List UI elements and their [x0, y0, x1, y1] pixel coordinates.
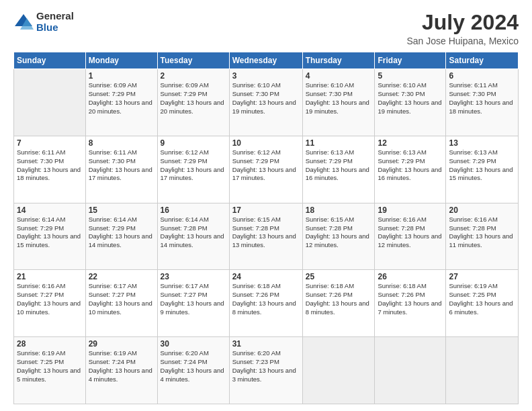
calendar-header-thursday: Thursday [302, 52, 375, 69]
day-info: Sunrise: 6:11 AMSunset: 7:30 PMDaylight:… [17, 148, 83, 183]
calendar-header-friday: Friday [375, 52, 446, 69]
calendar-cell: 17Sunrise: 6:15 AMSunset: 7:28 PMDayligh… [229, 203, 302, 270]
calendar-cell: 30Sunrise: 6:20 AMSunset: 7:24 PMDayligh… [157, 337, 229, 404]
calendar-cell: 14Sunrise: 6:14 AMSunset: 7:29 PMDayligh… [14, 203, 86, 270]
logo-icon [13, 13, 34, 32]
day-number: 29 [89, 339, 154, 349]
calendar-cell: 20Sunrise: 6:16 AMSunset: 7:28 PMDayligh… [446, 203, 519, 270]
calendar-cell: 3Sunrise: 6:10 AMSunset: 7:30 PMDaylight… [229, 69, 302, 136]
location: San Jose Huipana, Mexico [406, 36, 519, 46]
day-info: Sunrise: 6:16 AMSunset: 7:28 PMDaylight:… [449, 216, 515, 250]
calendar-week-2: 7Sunrise: 6:11 AMSunset: 7:30 PMDaylight… [14, 136, 519, 203]
day-number: 13 [449, 138, 515, 148]
day-info: Sunrise: 6:09 AMSunset: 7:29 PMDaylight:… [161, 81, 226, 116]
day-info: Sunrise: 6:18 AMSunset: 7:26 PMDaylight:… [232, 282, 300, 316]
day-info: Sunrise: 6:12 AMSunset: 7:29 PMDaylight:… [161, 148, 226, 183]
day-info: Sunrise: 6:18 AMSunset: 7:26 PMDaylight:… [378, 282, 443, 316]
day-number: 9 [161, 138, 226, 148]
calendar-header-tuesday: Tuesday [157, 52, 229, 69]
day-info: Sunrise: 6:12 AMSunset: 7:29 PMDaylight:… [232, 148, 300, 183]
day-number: 4 [306, 71, 372, 81]
day-info: Sunrise: 6:10 AMSunset: 7:30 PMDaylight:… [306, 81, 372, 116]
day-info: Sunrise: 6:13 AMSunset: 7:29 PMDaylight:… [378, 148, 443, 183]
calendar-cell [302, 337, 375, 404]
calendar-cell: 28Sunrise: 6:19 AMSunset: 7:25 PMDayligh… [14, 337, 86, 404]
month-year: July 2024 [406, 11, 519, 34]
calendar-cell [14, 69, 86, 136]
calendar-cell: 15Sunrise: 6:14 AMSunset: 7:29 PMDayligh… [85, 203, 157, 270]
day-number: 22 [89, 272, 154, 281]
day-info: Sunrise: 6:09 AMSunset: 7:29 PMDaylight:… [89, 81, 154, 116]
logo-text: General Blue [36, 11, 74, 33]
calendar-cell: 4Sunrise: 6:10 AMSunset: 7:30 PMDaylight… [302, 69, 375, 136]
day-number: 27 [449, 272, 515, 281]
day-number: 24 [232, 272, 300, 281]
day-number: 2 [161, 71, 226, 81]
calendar-cell: 16Sunrise: 6:14 AMSunset: 7:28 PMDayligh… [157, 203, 229, 270]
calendar-cell: 23Sunrise: 6:17 AMSunset: 7:27 PMDayligh… [157, 270, 229, 337]
day-info: Sunrise: 6:11 AMSunset: 7:30 PMDaylight:… [89, 148, 154, 183]
calendar-cell: 13Sunrise: 6:13 AMSunset: 7:29 PMDayligh… [446, 136, 519, 203]
calendar-cell: 25Sunrise: 6:18 AMSunset: 7:26 PMDayligh… [302, 270, 375, 337]
calendar-cell: 1Sunrise: 6:09 AMSunset: 7:29 PMDaylight… [85, 69, 157, 136]
calendar-header-row: SundayMondayTuesdayWednesdayThursdayFrid… [14, 52, 519, 69]
day-number: 28 [17, 339, 83, 349]
day-number: 18 [306, 205, 372, 215]
day-number: 31 [232, 339, 300, 349]
day-number: 6 [449, 71, 515, 81]
calendar-cell: 6Sunrise: 6:11 AMSunset: 7:30 PMDaylight… [446, 69, 519, 136]
day-info: Sunrise: 6:11 AMSunset: 7:30 PMDaylight:… [449, 81, 515, 116]
calendar-header-wednesday: Wednesday [229, 52, 302, 69]
day-info: Sunrise: 6:14 AMSunset: 7:28 PMDaylight:… [161, 216, 226, 250]
calendar-cell: 22Sunrise: 6:17 AMSunset: 7:27 PMDayligh… [85, 270, 157, 337]
calendar-cell: 2Sunrise: 6:09 AMSunset: 7:29 PMDaylight… [157, 69, 229, 136]
calendar-cell: 21Sunrise: 6:16 AMSunset: 7:27 PMDayligh… [14, 270, 86, 337]
day-info: Sunrise: 6:17 AMSunset: 7:27 PMDaylight:… [161, 282, 226, 316]
day-info: Sunrise: 6:20 AMSunset: 7:23 PMDaylight:… [232, 349, 300, 383]
day-number: 5 [378, 71, 443, 81]
calendar-cell [375, 337, 446, 404]
day-number: 3 [232, 71, 300, 81]
logo-line2: Blue [36, 22, 74, 34]
day-number: 14 [17, 205, 83, 215]
calendar-cell: 31Sunrise: 6:20 AMSunset: 7:23 PMDayligh… [229, 337, 302, 404]
day-info: Sunrise: 6:14 AMSunset: 7:29 PMDaylight:… [89, 216, 154, 250]
day-info: Sunrise: 6:19 AMSunset: 7:24 PMDaylight:… [89, 349, 154, 383]
page: General Blue July 2024 San Jose Huipana,… [0, 0, 532, 411]
calendar-cell: 27Sunrise: 6:19 AMSunset: 7:25 PMDayligh… [446, 270, 519, 337]
day-info: Sunrise: 6:13 AMSunset: 7:29 PMDaylight:… [306, 148, 372, 183]
day-info: Sunrise: 6:15 AMSunset: 7:28 PMDaylight:… [232, 216, 300, 250]
title-area: July 2024 San Jose Huipana, Mexico [406, 11, 519, 46]
day-number: 10 [232, 138, 300, 148]
day-info: Sunrise: 6:16 AMSunset: 7:27 PMDaylight:… [17, 282, 83, 316]
day-number: 26 [378, 272, 443, 281]
calendar-week-1: 1Sunrise: 6:09 AMSunset: 7:29 PMDaylight… [14, 69, 519, 136]
calendar-cell: 12Sunrise: 6:13 AMSunset: 7:29 PMDayligh… [375, 136, 446, 203]
calendar-cell: 10Sunrise: 6:12 AMSunset: 7:29 PMDayligh… [229, 136, 302, 203]
calendar-cell: 19Sunrise: 6:16 AMSunset: 7:28 PMDayligh… [375, 203, 446, 270]
day-info: Sunrise: 6:17 AMSunset: 7:27 PMDaylight:… [89, 282, 154, 316]
day-number: 15 [89, 205, 154, 215]
calendar-cell: 8Sunrise: 6:11 AMSunset: 7:30 PMDaylight… [85, 136, 157, 203]
day-number: 23 [161, 272, 226, 281]
day-info: Sunrise: 6:20 AMSunset: 7:24 PMDaylight:… [161, 349, 226, 383]
day-info: Sunrise: 6:14 AMSunset: 7:29 PMDaylight:… [17, 216, 83, 250]
day-number: 11 [306, 138, 372, 148]
day-info: Sunrise: 6:10 AMSunset: 7:30 PMDaylight:… [378, 81, 443, 116]
day-info: Sunrise: 6:18 AMSunset: 7:26 PMDaylight:… [306, 282, 372, 316]
day-info: Sunrise: 6:13 AMSunset: 7:29 PMDaylight:… [449, 148, 515, 183]
calendar-cell [446, 337, 519, 404]
calendar-cell: 7Sunrise: 6:11 AMSunset: 7:30 PMDaylight… [14, 136, 86, 203]
day-number: 12 [378, 138, 443, 148]
calendar-cell: 29Sunrise: 6:19 AMSunset: 7:24 PMDayligh… [85, 337, 157, 404]
day-number: 20 [449, 205, 515, 215]
calendar-header-sunday: Sunday [14, 52, 86, 69]
day-number: 25 [306, 272, 372, 281]
day-info: Sunrise: 6:15 AMSunset: 7:28 PMDaylight:… [306, 216, 372, 250]
day-number: 30 [161, 339, 226, 349]
calendar-table: SundayMondayTuesdayWednesdayThursdayFrid… [13, 52, 519, 404]
day-info: Sunrise: 6:16 AMSunset: 7:28 PMDaylight:… [378, 216, 443, 250]
calendar-header-monday: Monday [85, 52, 157, 69]
day-info: Sunrise: 6:10 AMSunset: 7:30 PMDaylight:… [232, 81, 300, 116]
calendar-week-5: 28Sunrise: 6:19 AMSunset: 7:25 PMDayligh… [14, 337, 519, 404]
